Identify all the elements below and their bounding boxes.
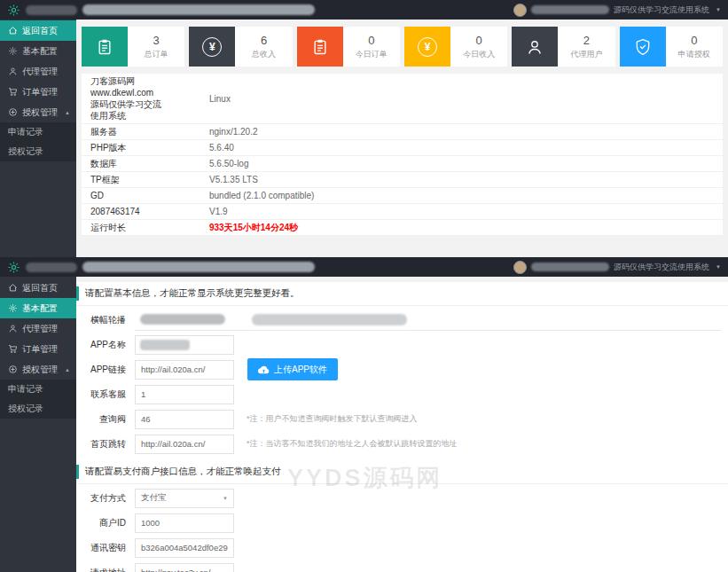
sidebar-item-authorization[interactable]: 授权管理 ▲ xyxy=(0,102,76,122)
stat-label: 总收入 xyxy=(252,49,276,60)
stat-card-today-orders: 0 今日订单 xyxy=(297,27,400,67)
redacted-username xyxy=(531,5,609,14)
dashboard-layout: 返回首页 基本配置 代理管理 xyxy=(0,20,728,257)
info-value: 5.6.40 xyxy=(199,140,723,155)
sidebar: 返回首页 基本配置 代理管理 xyxy=(0,20,76,257)
form-row-contact: 联系客服 xyxy=(76,383,728,405)
sidebar-item-basic-config[interactable]: 基本配置 xyxy=(0,298,76,318)
sidebar-item-orders[interactable]: 订单管理 xyxy=(0,339,76,359)
form-row-request-url: 请求地址 xyxy=(76,561,728,572)
sidebar-item-basic-config[interactable]: 基本配置 xyxy=(0,41,76,61)
clipboard-icon xyxy=(297,27,343,67)
info-value: V5.1.35 LTS xyxy=(199,172,723,187)
shield-check-icon xyxy=(620,27,666,67)
circle-auth-icon xyxy=(8,107,18,117)
contact-input[interactable] xyxy=(135,385,234,404)
pay-method-select[interactable]: 支付宝 ▼ xyxy=(135,489,234,508)
form-row-merchant: 商户ID xyxy=(76,512,728,534)
stat-value: 6 xyxy=(261,34,267,47)
stat-card-today-income: ¥ 0 今日收入 xyxy=(404,27,507,67)
info-label: TP框架 xyxy=(82,172,199,187)
info-label: 2087463174 xyxy=(82,204,199,219)
banner-field[interactable] xyxy=(135,310,721,331)
redacted-site-title xyxy=(82,4,315,15)
sidebar-subitem-label: 申请记录 xyxy=(8,383,43,396)
sidebar-item-label: 返回首页 xyxy=(22,25,58,37)
user-suffix-label: 源码仅供学习交流使用系统 xyxy=(614,4,709,16)
home-jump-label: 首页跳转 xyxy=(80,438,126,451)
form-row-query: 查询阀 *注：用户不知道查询阀时触发下默认查询阀进入 xyxy=(76,408,728,430)
sidebar-submenu: 申请记录 授权记录 xyxy=(0,122,76,161)
merchant-input[interactable] xyxy=(135,513,234,533)
request-url-label: 请求地址 xyxy=(80,567,126,572)
sidebar-item-label: 基本配置 xyxy=(22,302,58,315)
upload-app-button[interactable]: 上传APP软件 xyxy=(247,358,338,380)
avatar xyxy=(513,261,527,274)
home-jump-input[interactable] xyxy=(135,435,234,454)
query-input[interactable] xyxy=(135,410,234,429)
sidebar-item-authorization[interactable]: 授权管理 ▲ xyxy=(0,359,76,380)
app-link-input[interactable] xyxy=(135,360,234,380)
contact-label: 联系客服 xyxy=(80,388,126,401)
collapse-arrow-icon: ▲ xyxy=(65,367,70,372)
stat-card-total-income: ¥ 6 总收入 xyxy=(189,27,292,67)
query-note: *注：用户不知道查询阀时触发下默认查询阀进入 xyxy=(247,413,418,425)
sidebar-item-home[interactable]: 返回首页 xyxy=(0,278,76,298)
info-label: 数据库 xyxy=(82,156,199,171)
info-value: nginx/1.20.2 xyxy=(199,124,723,139)
settings-main: 请配置基本信息，才能正常显示系统更完整更好看。 横幅轮播 APP名称 xyxy=(76,277,728,572)
sidebar-item-agents[interactable]: 代理管理 xyxy=(0,61,76,82)
avatar xyxy=(513,4,527,17)
info-label: GD xyxy=(82,188,199,203)
info-label: PHP版本 xyxy=(82,140,199,155)
gear-icon xyxy=(8,303,18,313)
table-row: 刀客源码网 www.dkewl.com 源码仅供学习交流 使用系统 Linux xyxy=(82,74,723,124)
system-info-table: 刀客源码网 www.dkewl.com 源码仅供学习交流 使用系统 Linux … xyxy=(82,74,723,236)
redacted-banner-value xyxy=(140,314,225,325)
dashboard-main: 3 总订单 ¥ 6 总收入 xyxy=(76,20,728,257)
stat-label: 代理用户 xyxy=(570,49,602,60)
sidebar-subitem-auth-records[interactable]: 授权记录 xyxy=(0,142,76,161)
redacted-site-title xyxy=(82,262,315,272)
app-name-label: APP名称 xyxy=(80,339,126,351)
cloud-upload-icon xyxy=(258,365,270,374)
logo-gear-icon xyxy=(7,261,20,274)
sidebar-item-label: 代理管理 xyxy=(22,66,58,78)
dashboard-screenshot: 源码仅供学习交流使用系统 ▼ 返回首页 基本配置 xyxy=(0,0,728,257)
app-name-field[interactable] xyxy=(135,335,234,355)
redacted-username xyxy=(531,262,609,271)
sidebar-subitem-apply-records[interactable]: 申请记录 xyxy=(0,380,76,399)
stat-value: 0 xyxy=(368,34,374,47)
info-value: Linux xyxy=(199,74,723,123)
redacted-brand-text xyxy=(26,5,77,15)
sidebar-subitem-auth-records[interactable]: 授权记录 xyxy=(0,399,76,419)
info-label: 刀客源码网 www.dkewl.com 源码仅供学习交流 使用系统 xyxy=(82,74,199,123)
sidebar-item-home[interactable]: 返回首页 xyxy=(0,20,76,41)
user-dropdown[interactable]: 源码仅供学习交流使用系统 ▼ xyxy=(513,261,721,274)
sidebar-subitem-label: 授权记录 xyxy=(8,403,43,415)
stat-card-total-orders: 3 总订单 xyxy=(82,27,184,67)
sidebar-item-label: 基本配置 xyxy=(22,45,58,58)
settings-screenshot: 源码仅供学习交流使用系统 ▼ 返回首页 基本配置 xyxy=(0,257,728,572)
logo-gear-icon xyxy=(7,4,20,17)
settings-panel: 请配置基本信息，才能正常显示系统更完整更好看。 横幅轮播 APP名称 xyxy=(76,282,728,572)
top-navbar: 源码仅供学习交流使用系统 ▼ xyxy=(0,257,728,277)
comm-key-input[interactable] xyxy=(135,538,234,558)
sidebar-subitem-apply-records[interactable]: 申请记录 xyxy=(0,122,76,142)
sidebar-item-agents[interactable]: 代理管理 xyxy=(0,318,76,339)
sidebar-subitem-label: 授权记录 xyxy=(8,145,43,158)
clipboard-icon xyxy=(82,27,128,67)
app-link-label: APP链接 xyxy=(80,364,126,376)
request-url-input[interactable] xyxy=(135,563,234,572)
redacted-brand-text xyxy=(26,262,77,272)
stat-card-agent-users: 2 代理用户 xyxy=(512,27,614,67)
cart-icon xyxy=(8,344,18,354)
section-basic-header: 请配置基本信息，才能正常显示系统更完整更好看。 xyxy=(76,282,728,306)
user-dropdown[interactable]: 源码仅供学习交流使用系统 ▼ xyxy=(513,4,721,17)
sidebar-item-orders[interactable]: 订单管理 xyxy=(0,82,76,102)
top-navbar: 源码仅供学习交流使用系统 ▼ xyxy=(0,0,728,20)
stat-cards: 3 总订单 ¥ 6 总收入 xyxy=(82,27,723,67)
comm-key-label: 通讯密钥 xyxy=(80,542,126,554)
user-suffix-label: 源码仅供学习交流使用系统 xyxy=(614,262,709,273)
stat-value: 0 xyxy=(691,34,697,47)
